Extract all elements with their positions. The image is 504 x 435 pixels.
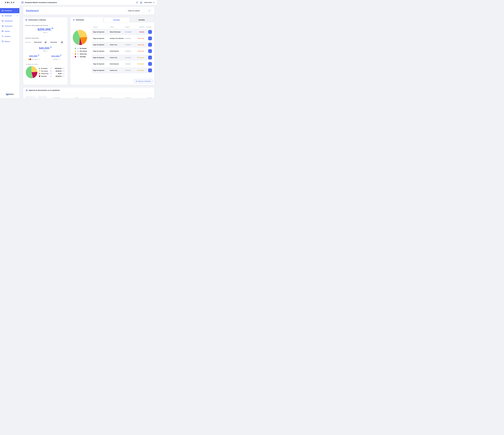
table-row: Pago de impuesto Manuel Manrique En revi…: [92, 29, 153, 35]
page-title: Dashboard: [26, 9, 38, 12]
sidebar-item-solicitudes[interactable]: Solicitudes: [0, 13, 19, 18]
briefcase-icon: [2, 20, 4, 22]
client-filter-select[interactable]: Todos los clientes: [126, 9, 152, 13]
sidebar-collapse-icon[interactable]: [21, 1, 24, 4]
requests-table: Solicitud Cliente Estatus Vigencia Accio…: [92, 22, 153, 85]
open-request-button[interactable]: →: [148, 43, 152, 46]
dashboard-icon: [2, 10, 4, 12]
document-filter-box[interactable]: [38, 96, 47, 98]
documents-card-title: Vigencia de documentos en el expediente: [29, 89, 60, 91]
tab-recibidas[interactable]: Recibidas: [104, 17, 129, 22]
document-filter-box[interactable]: [26, 96, 35, 98]
legend-row: 6 En tiempo: [75, 47, 92, 50]
open-request-button[interactable]: →: [148, 68, 152, 72]
calendar-icon: [61, 41, 63, 43]
invoiced-services-label: Servicios facturados: [23, 37, 68, 39]
info-icon[interactable]: ⓘ: [39, 59, 40, 60]
legend-dot: [39, 68, 40, 69]
legend-dot: [75, 53, 76, 55]
open-request-button[interactable]: →: [148, 37, 152, 40]
wallet-icon: [2, 25, 4, 27]
requests-table-header: Solicitud Cliente Estatus Vigencia Accio…: [92, 25, 153, 29]
table-row: Pago de impuesto Paola Dupond Pendiente …: [92, 61, 153, 67]
topbar: Despacho EMLEX Consultores Corporativos …: [19, 0, 157, 5]
legend-row: 3 Vence hoy: [75, 53, 92, 56]
billing-card: Facturación y cobranza Servicios devenga…: [23, 17, 68, 85]
open-request-button[interactable]: →: [148, 49, 152, 53]
sidebar-item-label: Solicitudes: [5, 15, 16, 17]
collected-stat: $10,000.00 Cobrado ⓘ: [45, 55, 68, 60]
quickex-logo: uickex: [6, 93, 14, 96]
portfolio-breakdown-title: Desglose de cartera: [26, 64, 65, 65]
accrued-amount: $200,000.00: [23, 28, 68, 31]
sidebar-item-usuarios[interactable]: Usuarios: [0, 34, 19, 39]
sidebar-item-facturacion[interactable]: Facturación: [0, 24, 19, 29]
table-row: Pago de impuesto Carlos Cruz Pendiente P…: [92, 54, 153, 61]
invoiced-amount: $40,000.00: [23, 46, 68, 50]
accrued-total-label: Total: [43, 32, 46, 33]
briefcase-icon: [26, 89, 28, 91]
table-row: Pago de impuesto Carlos Cruz Pendiente V…: [92, 42, 153, 48]
user-avatar[interactable]: [139, 1, 143, 4]
filter-by-label: Filtrar por:: [25, 42, 31, 43]
legend-row: Vencen hoy 0 $0.00 MXN: [39, 72, 65, 75]
requests-table-rows: Pago de impuesto Manuel Manrique En revi…: [92, 29, 153, 74]
sidebar-item-bitacora[interactable]: Bitácora: [0, 39, 19, 44]
start-date-input[interactable]: Fecha inicial: [33, 40, 48, 44]
legend-dot: [39, 70, 40, 72]
workspace-title: Despacho EMLEX Consultores Corporativos: [25, 2, 57, 3]
requests-pie-chart: [73, 30, 87, 45]
info-icon[interactable]: ⓘ: [46, 32, 48, 33]
person-icon: [140, 1, 142, 4]
legend-row: En tiempo 7 $20,000.00 MXN: [39, 67, 65, 70]
user-name[interactable]: Carlos Ortiz: [144, 2, 152, 3]
open-request-button[interactable]: →: [148, 62, 152, 66]
tab-enviadas[interactable]: Enviadas: [129, 17, 154, 22]
sidebar-item-label: Expedientes: [5, 20, 18, 22]
requests-tabs: Recibidas Enviadas: [104, 17, 154, 22]
emlex-logo: EMLEX: [0, 0, 19, 5]
traffic-light-icon: [28, 58, 31, 60]
invoiced-total-label: Total: [43, 50, 46, 52]
sidebar-item-dashboard[interactable]: Dashboard: [0, 8, 19, 13]
legend-row: Por vencer 3 $5,000.00 MXN: [39, 70, 65, 73]
sidebar-item-label: Usuarios: [5, 36, 18, 37]
notifications-bell-icon[interactable]: [136, 1, 138, 4]
wallet-icon: [25, 19, 27, 21]
open-request-button[interactable]: →: [148, 56, 152, 59]
receivable-label: Por cobrar: [32, 59, 38, 60]
start-date-value: Fecha inicial: [34, 42, 42, 43]
document-icon: [73, 19, 75, 21]
info-icon[interactable]: ⓘ: [46, 50, 48, 52]
legend-row: 4 Por vencer: [75, 50, 92, 53]
accrued-services-label: Servicios devengados por facturar: [23, 25, 68, 26]
portfolio-pie-chart: [26, 66, 37, 78]
sidebar-item-label: Dashboard: [5, 10, 18, 11]
sidebar-item-clientes[interactable]: Clientes: [0, 29, 19, 34]
sidebar-nav: Dashboard Solicitudes Expedientes Factur…: [0, 8, 19, 44]
sidebar-item-label: Clientes: [5, 30, 18, 32]
legend-dot: [39, 73, 40, 74]
end-date-value: Fecha final: [50, 42, 57, 43]
user-menu-chevron-icon[interactable]: [153, 2, 155, 3]
sidebar-item-expedientes[interactable]: Expedientes: [0, 18, 19, 24]
sidebar-item-label: Facturación: [5, 25, 18, 27]
end-date-input[interactable]: Fecha final: [49, 40, 64, 44]
document-icon: [2, 15, 4, 17]
view-all-requests-button[interactable]: Ver todas las solicitudes: [134, 79, 153, 83]
chevron-down-icon: [17, 15, 18, 17]
legend-dot: [75, 48, 76, 49]
legend-row: 1 Vencidas: [75, 56, 92, 58]
chevron-down-icon: [149, 10, 150, 11]
legend-dot: [39, 75, 40, 77]
calendar-icon: [45, 41, 46, 43]
info-icon[interactable]: ⓘ: [59, 59, 60, 60]
billing-card-title: Facturación y cobranza: [28, 19, 46, 21]
open-request-button[interactable]: →: [148, 30, 152, 34]
quickex-mark-icon: [6, 93, 9, 96]
requests-card: Solicitudes Recibidas Enviadas 6 En: [70, 17, 154, 85]
documents-table-header: Documento Cliente Fecha de expiración Vi…: [54, 97, 154, 98]
table-row: Pago de impuesto Enrique Cruz Sánchez Pe…: [92, 35, 153, 41]
collected-label: Cobrado: [53, 59, 58, 60]
portfolio-legend: En tiempo 7 $20,000.00 MXN Por vencer 3 …: [39, 67, 65, 77]
